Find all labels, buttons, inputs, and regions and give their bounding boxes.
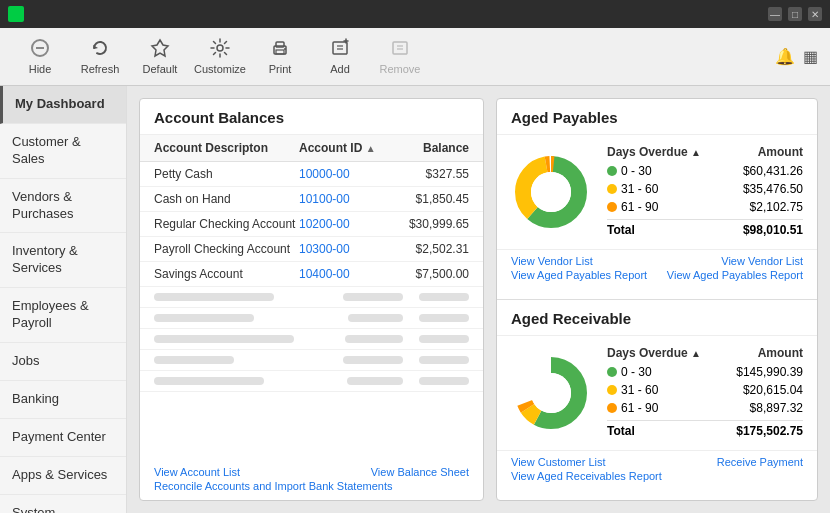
aged-receivable-title: Aged Receivable xyxy=(497,300,817,336)
sidebar-item-inventory-services[interactable]: Inventory & Services xyxy=(0,233,126,288)
window-controls[interactable]: — □ ✕ xyxy=(768,7,822,21)
right-panel-inner: Aged Payables xyxy=(497,99,817,500)
sidebar-item-customer-sales[interactable]: Customer & Sales xyxy=(0,124,126,179)
view-vendor-list-link-1[interactable]: View Vendor List xyxy=(511,255,647,267)
aged-payables-footer: View Vendor List View Aged Payables Repo… xyxy=(497,250,817,288)
sidebar: My Dashboard Customer & Sales Vendors & … xyxy=(0,86,127,513)
yellow-dot-icon xyxy=(607,385,617,395)
svg-point-6 xyxy=(284,48,286,50)
col-description-header: Account Descripton xyxy=(154,141,299,155)
sort-arrow-icon: ▲ xyxy=(366,143,376,154)
svg-point-2 xyxy=(217,45,223,51)
aged-receivable-col-header: Days Overdue ▲ Amount xyxy=(607,346,803,363)
view-aged-receivables-report-link[interactable]: View Aged Receivables Report xyxy=(511,470,662,482)
aged-payables-row-2: 31 - 60 $35,476.50 xyxy=(607,180,803,198)
maximize-button[interactable]: □ xyxy=(788,7,802,21)
aged-receivable-total: Total $175,502.75 xyxy=(607,420,803,440)
app-container: Hide Refresh Default Customize Print xyxy=(0,28,830,513)
skeleton-bar xyxy=(343,356,403,364)
toolbar: Hide Refresh Default Customize Print xyxy=(0,28,830,86)
print-button[interactable]: Print xyxy=(252,33,308,81)
orange-dot-icon xyxy=(607,403,617,413)
table-row: Cash on Hand 10100-00 $1,850.45 xyxy=(140,187,483,212)
account-balances-title: Account Balances xyxy=(140,99,483,135)
aged-payables-total: Total $98,010.51 xyxy=(607,219,803,239)
view-vendor-list-link-2[interactable]: View Vendor List xyxy=(667,255,803,267)
sidebar-item-payment-center[interactable]: Payment Center xyxy=(0,419,126,457)
refresh-icon xyxy=(90,38,110,61)
sidebar-item-jobs[interactable]: Jobs xyxy=(0,343,126,381)
skeleton-row xyxy=(140,308,483,329)
sort-arrow-icon: ▲ xyxy=(691,147,701,158)
sidebar-item-vendors-purchases[interactable]: Vendors & Purchases xyxy=(0,179,126,234)
notification-bell-icon[interactable]: 🔔 xyxy=(775,47,795,66)
aged-receivable-table: Days Overdue ▲ Amount 0 - 30 xyxy=(607,346,803,440)
reconcile-link[interactable]: Reconcile Accounts and Import Bank State… xyxy=(154,480,392,492)
aged-receivable-content: Days Overdue ▲ Amount 0 - 30 xyxy=(497,336,817,451)
right-panels: Aged Payables xyxy=(496,98,818,501)
col-id-header: Account ID ▲ xyxy=(299,141,389,155)
skeleton-bar xyxy=(154,314,254,322)
receive-payment-link[interactable]: Receive Payment xyxy=(717,456,803,468)
skeleton-bar xyxy=(419,335,469,343)
table-row: Savings Account 10400-00 $7,500.00 xyxy=(140,262,483,287)
skeleton-row xyxy=(140,350,483,371)
title-bar: — □ ✕ xyxy=(0,0,830,28)
amount-header: Amount xyxy=(758,145,803,159)
close-button[interactable]: ✕ xyxy=(808,7,822,21)
refresh-button[interactable]: Refresh xyxy=(72,33,128,81)
remove-icon xyxy=(390,38,410,61)
skeleton-bar xyxy=(343,293,403,301)
aged-payables-row-3: 61 - 90 $2,102.75 xyxy=(607,198,803,216)
sidebar-item-system[interactable]: System xyxy=(0,495,126,513)
table-row: Regular Checking Account 10200-00 $30,99… xyxy=(140,212,483,237)
sidebar-item-employees-payroll[interactable]: Employees & Payroll xyxy=(0,288,126,343)
aged-payables-title: Aged Payables xyxy=(497,99,817,135)
default-button[interactable]: Default xyxy=(132,33,188,81)
col-balance-header: Balance xyxy=(389,141,469,155)
sidebar-item-apps-services[interactable]: Apps & Services xyxy=(0,457,126,495)
skeleton-bar xyxy=(419,356,469,364)
green-dot-icon xyxy=(607,166,617,176)
view-aged-payables-report-link-1[interactable]: View Aged Payables Report xyxy=(511,269,647,281)
hide-button[interactable]: Hide xyxy=(12,33,68,81)
print-icon xyxy=(270,38,290,61)
sidebar-item-dashboard[interactable]: My Dashboard xyxy=(0,86,126,124)
skeleton-bar xyxy=(419,377,469,385)
skeleton-bar xyxy=(154,335,294,343)
aged-receivable-footer: View Customer List View Aged Receivables… xyxy=(497,451,817,489)
amount-header-recv: Amount xyxy=(758,346,803,360)
customize-icon xyxy=(210,38,230,61)
svg-point-22 xyxy=(531,373,571,413)
skeleton-row xyxy=(140,287,483,308)
yellow-dot-icon xyxy=(607,184,617,194)
svg-rect-7 xyxy=(333,42,347,54)
skeleton-bar xyxy=(347,377,403,385)
sidebar-item-banking[interactable]: Banking xyxy=(0,381,126,419)
view-balance-sheet-link[interactable]: View Balance Sheet xyxy=(371,466,469,478)
view-account-list-link[interactable]: View Account List xyxy=(154,466,240,478)
app-logo xyxy=(8,6,24,22)
aged-payables-table: Days Overdue ▲ Amount 0 - 30 xyxy=(607,145,803,239)
view-aged-payables-report-link-2[interactable]: View Aged Payables Report xyxy=(667,269,803,281)
aged-receivable-row-2: 31 - 60 $20,615.04 xyxy=(607,381,803,399)
default-icon xyxy=(150,38,170,61)
aged-payables-donut xyxy=(511,152,591,232)
remove-button[interactable]: Remove xyxy=(372,33,428,81)
add-button[interactable]: Add xyxy=(312,33,368,81)
skeleton-row xyxy=(140,371,483,392)
grid-icon[interactable]: ▦ xyxy=(803,47,818,66)
svg-point-18 xyxy=(531,172,571,212)
view-customer-list-link[interactable]: View Customer List xyxy=(511,456,662,468)
customize-button[interactable]: Customize xyxy=(192,33,248,81)
main-content: Account Balances Account Descripton Acco… xyxy=(127,86,830,513)
aged-receivable-donut xyxy=(511,353,591,433)
account-balances-panel: Account Balances Account Descripton Acco… xyxy=(139,98,484,501)
footer-row-1: View Account List View Balance Sheet xyxy=(154,466,469,478)
hide-icon xyxy=(30,38,50,61)
aged-receivable-row-3: 61 - 90 $8,897.32 xyxy=(607,399,803,417)
aged-payables-section: Aged Payables xyxy=(497,99,817,300)
minimize-button[interactable]: — xyxy=(768,7,782,21)
skeleton-bar xyxy=(419,293,469,301)
account-balances-footer: View Account List View Balance Sheet Rec… xyxy=(140,460,483,500)
